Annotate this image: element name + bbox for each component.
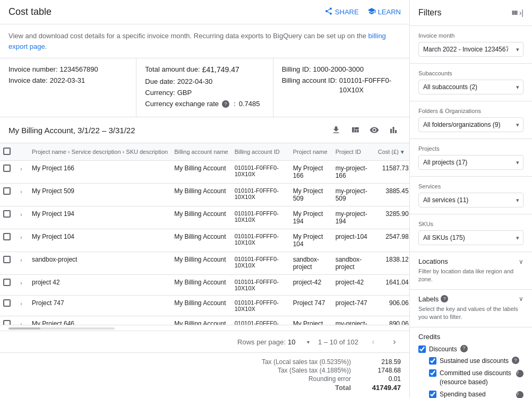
labels-header[interactable]: Labels ? ∨ [418,295,524,303]
services-select[interactable]: All services (11) [418,193,524,207]
filter-locations: Locations ∨ Filter by location data like… [410,252,532,290]
summary-row-value: 218.59 [364,358,401,366]
horizontal-scrollbar[interactable] [8,327,115,330]
filters-title: Filters [418,8,442,18]
row-expand-cell[interactable]: › [14,252,29,275]
row-billing-id: 010101-F0FFF0-10X10X [231,296,290,316]
row-expand-btn[interactable]: › [17,187,25,196]
sustained-use-label[interactable]: Sustained use discounts ? [429,357,524,366]
summary-row-label: Rounding error [308,375,351,383]
prev-page-button[interactable]: ‹ [367,335,380,348]
row-expand-btn[interactable]: › [17,320,25,325]
credits-title: Credits [418,333,440,341]
row-expand-cell[interactable]: › [14,275,29,296]
row-expand-cell[interactable]: › [14,229,29,252]
row-checkbox-cell[interactable] [0,296,14,316]
spending-based-label[interactable]: Spending based discounts (contractual) ? [429,390,524,398]
discounts-help-icon[interactable]: ? [460,345,468,352]
summary-row-value: 41749.47 [364,384,401,392]
collapse-filters-button[interactable]: ›| [511,6,524,19]
sustained-help-icon[interactable]: ? [512,357,519,364]
learn-button[interactable]: LEARN [367,7,401,17]
billing-account-value: 010101-F0FFF0-10X10X [339,76,401,95]
summary-row: Tax (Local sales tax (0.5235%)) 218.59 [8,358,401,366]
invoice-month-label: Invoice month [418,32,524,39]
spending-based-text: Spending based discounts (contractual) [440,390,513,398]
row-expand-btn[interactable]: › [17,256,25,264]
row-cost: 3285.90 [375,206,409,229]
folders-select[interactable]: All folders/organizations (9) [418,117,524,132]
row-billing-id: 010101-F0FFF0-10X10X [231,316,290,325]
row-project-id: sandbox-project [332,252,375,275]
columns-button[interactable] [348,123,363,137]
locations-header[interactable]: Locations ∨ [418,257,524,265]
projects-select[interactable]: All projects (17) [418,155,524,170]
chart-button[interactable] [386,123,401,137]
th-project-sku: Project name › Service description › SKU… [29,143,171,161]
summary-footer: Tax (Local sales tax (0.5235%)) 218.59 T… [0,352,409,398]
row-expand-btn[interactable]: › [17,210,25,219]
row-project: My Project 194 [290,206,332,229]
download-button[interactable] [329,123,344,137]
visibility-button[interactable] [367,123,382,137]
row-checkbox-cell[interactable] [0,161,14,184]
committed-help-icon[interactable]: ? [516,370,524,377]
row-expand-cell[interactable]: › [14,184,29,206]
row-expand-cell[interactable]: › [14,161,29,184]
row-checkbox-cell[interactable] [0,229,14,252]
share-icon [324,7,333,17]
row-project-name: My Project 166 [29,161,171,184]
row-expand-btn[interactable]: › [17,165,25,173]
invoice-block-left: Invoice number: 1234567890 Invoice date:… [0,58,136,117]
filter-labels: Labels ? ∨ Select the key and values of … [410,290,532,327]
spending-based-checkbox[interactable] [429,391,436,398]
skus-select[interactable]: All SKUs (175) [418,230,524,245]
total-due-value: £41,749.47 [202,65,239,75]
row-expand-btn[interactable]: › [17,279,25,287]
table-row: › My Project 166 My Billing Account 0101… [0,161,409,184]
labels-help-icon[interactable]: ? [441,295,448,302]
sort-icon: ▼ [400,149,405,155]
summary-row-label: Total [335,384,351,392]
committed-use-checkbox[interactable] [429,369,436,377]
th-project-name: Project name [290,143,332,161]
share-button[interactable]: SHARE [324,7,359,17]
row-project: sandbox-project [290,252,332,275]
spending-help-icon[interactable]: ? [516,391,524,398]
discounts-checkbox[interactable] [418,345,426,353]
row-checkbox-cell[interactable] [0,316,14,325]
subaccounts-select[interactable]: All subaccounts (2) [418,80,524,94]
th-checkbox[interactable] [0,143,14,161]
summary-row-value: 1748.68 [364,367,401,374]
invoice-number-label: Invoice number: [8,65,58,74]
row-expand-cell[interactable]: › [14,206,29,229]
filter-services: Services All services (11) [410,177,532,214]
discounts-group: Discounts ? Sustained use discounts ? Co… [418,345,524,398]
row-expand-btn[interactable]: › [17,299,25,308]
total-due-label: Total amount due: [145,65,200,75]
committed-use-text: Committed use discounts (resource based) [440,369,513,387]
row-checkbox-cell[interactable] [0,206,14,229]
row-expand-cell[interactable]: › [14,296,29,316]
row-expand-btn[interactable]: › [17,233,25,241]
th-cost[interactable]: Cost (£)▼ [375,143,409,161]
due-date-value: 2022-04-30 [177,77,213,86]
rows-per-page-select[interactable]: 10 25 50 100 [288,338,306,346]
sustained-use-checkbox[interactable] [429,357,436,365]
invoice-month-select[interactable]: March 2022 - Invoice 1234567890 [418,42,524,57]
committed-use-label[interactable]: Committed use discounts (resource based)… [429,369,524,387]
row-billing-id: 010101-F0FFF0-10X10X [231,229,290,252]
labels-desc: Select the key and values of the labels … [418,305,524,322]
exchange-help-icon[interactable]: ? [222,100,229,108]
discounts-checkbox-label[interactable]: Discounts ? [418,345,524,354]
row-checkbox-cell[interactable] [0,275,14,296]
row-checkbox-cell[interactable] [0,252,14,275]
locations-title: Locations [418,257,448,265]
next-page-button[interactable]: › [388,335,401,348]
sustained-use-text: Sustained use discounts [440,357,509,366]
row-checkbox-cell[interactable] [0,184,14,206]
row-project: My Project 166 [290,161,332,184]
row-project-name: My Project 104 [29,229,171,252]
row-expand-cell[interactable]: › [14,316,29,325]
row-cost: 2547.98 [375,229,409,252]
